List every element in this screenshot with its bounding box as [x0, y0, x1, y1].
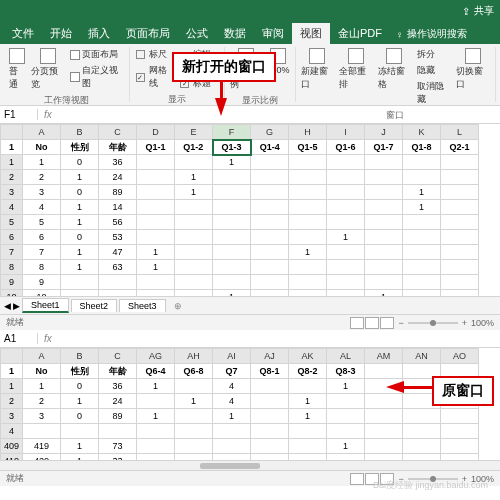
header-cell[interactable]: Q1-2 — [175, 140, 213, 155]
fx-icon[interactable]: fx — [38, 333, 58, 344]
cell[interactable] — [99, 290, 137, 297]
cell[interactable] — [251, 185, 289, 200]
cell[interactable] — [175, 290, 213, 297]
header-cell[interactable]: Q8-1 — [251, 364, 289, 379]
cell[interactable]: 0 — [61, 409, 99, 424]
cell[interactable] — [403, 245, 441, 260]
cell[interactable] — [137, 215, 175, 230]
header-cell[interactable]: Q1-6 — [327, 140, 365, 155]
cell[interactable] — [23, 424, 61, 439]
header-cell[interactable]: No — [23, 140, 61, 155]
tell-me[interactable]: ♀ 操作说明搜索 — [396, 27, 467, 44]
nav-prev[interactable]: ◀ — [4, 301, 11, 311]
cell[interactable] — [327, 275, 365, 290]
cell[interactable]: 0 — [61, 155, 99, 170]
cell[interactable] — [441, 409, 479, 424]
cell[interactable]: 3 — [23, 409, 61, 424]
cell[interactable] — [213, 260, 251, 275]
col-header[interactable]: A — [23, 125, 61, 140]
cell[interactable]: 1 — [289, 409, 327, 424]
menu-公式[interactable]: 公式 — [178, 23, 216, 44]
cell[interactable]: 47 — [99, 245, 137, 260]
col-header[interactable]: AO — [441, 349, 479, 364]
page-layout-button[interactable]: 页面布局 — [68, 47, 125, 62]
col-header[interactable]: AL — [327, 349, 365, 364]
menu-审阅[interactable]: 审阅 — [254, 23, 292, 44]
row-header[interactable]: 3 — [1, 409, 23, 424]
cell[interactable] — [251, 424, 289, 439]
header-cell[interactable]: No — [23, 364, 61, 379]
cell[interactable] — [441, 200, 479, 215]
fx-icon[interactable]: fx — [38, 109, 58, 120]
cell[interactable]: 1 — [61, 245, 99, 260]
cell[interactable]: 1 — [213, 155, 251, 170]
cell[interactable] — [137, 290, 175, 297]
cell[interactable]: 4 — [23, 200, 61, 215]
col-header[interactable]: AG — [137, 349, 175, 364]
cell[interactable] — [251, 260, 289, 275]
menu-金山PDF[interactable]: 金山PDF — [330, 23, 390, 44]
cell[interactable]: 9 — [23, 275, 61, 290]
menu-数据[interactable]: 数据 — [216, 23, 254, 44]
cell[interactable]: 73 — [99, 439, 137, 454]
cell[interactable] — [251, 200, 289, 215]
col-header[interactable]: B — [61, 349, 99, 364]
cell[interactable] — [327, 215, 365, 230]
cell[interactable]: 24 — [99, 170, 137, 185]
cell[interactable] — [441, 290, 479, 297]
menu-文件[interactable]: 文件 — [4, 23, 42, 44]
header-cell[interactable]: Q6-4 — [137, 364, 175, 379]
col-header[interactable]: B — [61, 125, 99, 140]
cell[interactable] — [365, 275, 403, 290]
col-header[interactable] — [1, 125, 23, 140]
col-header[interactable]: K — [403, 125, 441, 140]
col-header[interactable] — [1, 349, 23, 364]
cell[interactable]: 1 — [137, 379, 175, 394]
cell[interactable]: 5 — [23, 215, 61, 230]
name-box[interactable]: F1 — [0, 109, 38, 120]
cell[interactable] — [289, 290, 327, 297]
cell[interactable]: 14 — [99, 200, 137, 215]
col-header[interactable]: D — [137, 125, 175, 140]
cell[interactable] — [441, 155, 479, 170]
cell[interactable]: 1 — [175, 394, 213, 409]
cell[interactable] — [327, 155, 365, 170]
cell[interactable] — [403, 275, 441, 290]
zoom-slider[interactable] — [408, 322, 458, 324]
cell[interactable] — [137, 275, 175, 290]
cell[interactable] — [365, 170, 403, 185]
cell[interactable]: 1 — [403, 200, 441, 215]
row-header[interactable]: 409 — [1, 439, 23, 454]
cell[interactable] — [289, 260, 327, 275]
cell[interactable] — [137, 394, 175, 409]
cell[interactable] — [327, 394, 365, 409]
row-header[interactable]: 4 — [1, 200, 23, 215]
cell[interactable] — [61, 424, 99, 439]
sheet-tab[interactable]: Sheet3 — [119, 299, 166, 312]
freeze-button[interactable]: 冻结窗格 — [377, 47, 413, 92]
cell[interactable] — [137, 185, 175, 200]
cell[interactable] — [289, 155, 327, 170]
switch-window-button[interactable]: 切换窗口 — [455, 47, 491, 92]
cell[interactable]: 36 — [99, 155, 137, 170]
cell[interactable]: 1 — [23, 379, 61, 394]
cell[interactable] — [441, 439, 479, 454]
cell[interactable] — [441, 185, 479, 200]
cell[interactable] — [403, 170, 441, 185]
cell[interactable] — [365, 439, 403, 454]
cell[interactable]: 2 — [23, 170, 61, 185]
cell[interactable]: 1 — [327, 439, 365, 454]
cell[interactable]: 6 — [23, 230, 61, 245]
cell[interactable] — [365, 200, 403, 215]
row-header[interactable]: 9 — [1, 275, 23, 290]
cell[interactable] — [441, 275, 479, 290]
row-header[interactable]: 6 — [1, 230, 23, 245]
cell[interactable]: 1 — [327, 230, 365, 245]
cell[interactable] — [213, 275, 251, 290]
row-header[interactable]: 2 — [1, 394, 23, 409]
row-header[interactable]: 1 — [1, 140, 23, 155]
col-header[interactable]: E — [175, 125, 213, 140]
cell[interactable] — [175, 200, 213, 215]
cell[interactable] — [441, 424, 479, 439]
cell[interactable] — [213, 170, 251, 185]
